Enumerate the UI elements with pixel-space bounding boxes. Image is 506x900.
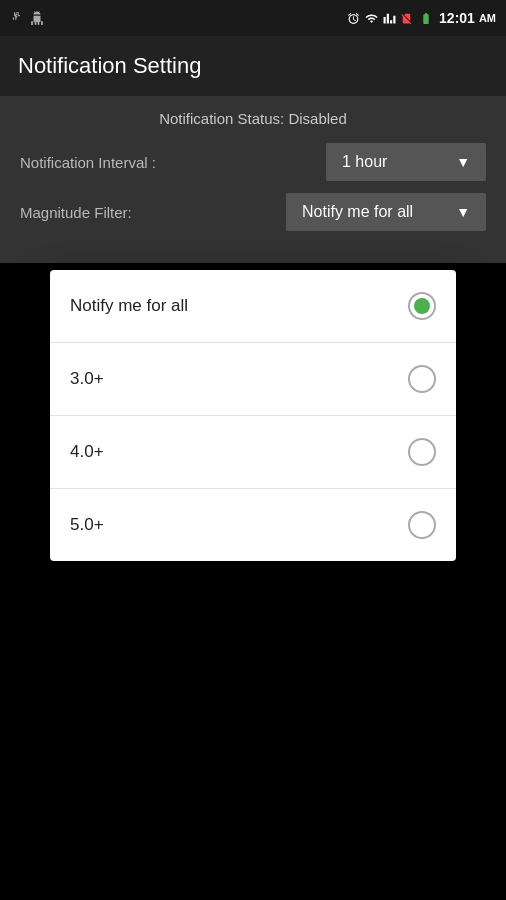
settings-area: Notification Status: Disabled Notificati… [0, 96, 506, 263]
magnitude-label: Magnitude Filter: [20, 204, 132, 221]
radio-4plus[interactable] [408, 438, 436, 466]
magnitude-arrow-icon: ▼ [456, 204, 470, 220]
magnitude-dialog: Notify me for all3.0+4.0+5.0+ [50, 270, 456, 561]
interval-value: 1 hour [342, 153, 387, 171]
radio-5plus[interactable] [408, 511, 436, 539]
interval-dropdown[interactable]: 1 hour ▼ [326, 143, 486, 181]
dialog-option-label-3plus: 3.0+ [70, 369, 104, 389]
notification-status: Notification Status: Disabled [20, 110, 486, 127]
title-bar: Notification Setting [0, 36, 506, 96]
signal-icon [383, 12, 396, 25]
no-sim-icon [400, 12, 413, 25]
status-ampm: AM [479, 12, 496, 24]
status-bar: 12:01 AM [0, 0, 506, 36]
radio-3plus[interactable] [408, 365, 436, 393]
status-icons-left [10, 11, 44, 25]
dialog-option-label-all: Notify me for all [70, 296, 188, 316]
dialog-option-4plus[interactable]: 4.0+ [50, 416, 456, 489]
radio-all[interactable] [408, 292, 436, 320]
usb-icon [10, 11, 24, 25]
radio-inner-all [414, 298, 430, 314]
status-time: 12:01 [439, 10, 475, 26]
magnitude-dropdown[interactable]: Notify me for all ▼ [286, 193, 486, 231]
interval-arrow-icon: ▼ [456, 154, 470, 170]
wifi-icon [364, 12, 379, 25]
android-icon [30, 11, 44, 25]
status-icons-right: 12:01 AM [347, 10, 496, 26]
magnitude-row: Magnitude Filter: Notify me for all ▼ [20, 193, 486, 231]
dialog-option-5plus[interactable]: 5.0+ [50, 489, 456, 561]
page-title: Notification Setting [18, 53, 201, 79]
battery-icon [417, 12, 435, 25]
dialog-option-3plus[interactable]: 3.0+ [50, 343, 456, 416]
dialog-option-label-5plus: 5.0+ [70, 515, 104, 535]
interval-row: Notification Interval : 1 hour ▼ [20, 143, 486, 181]
dialog-option-all[interactable]: Notify me for all [50, 270, 456, 343]
interval-label: Notification Interval : [20, 154, 156, 171]
magnitude-value: Notify me for all [302, 203, 413, 221]
dialog-option-label-4plus: 4.0+ [70, 442, 104, 462]
alarm-icon [347, 12, 360, 25]
